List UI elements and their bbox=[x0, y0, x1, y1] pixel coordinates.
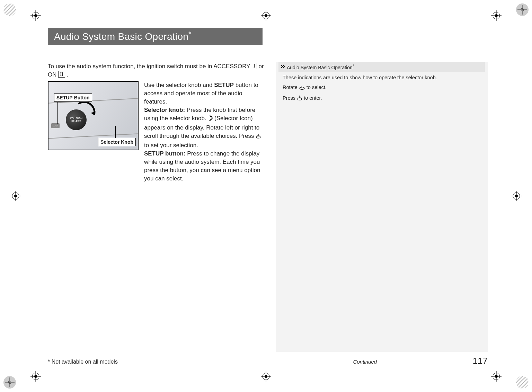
press-enter-icon bbox=[297, 95, 302, 103]
chapter-title-asterisk: * bbox=[188, 30, 191, 38]
callout-knob-text: Selector Knob bbox=[100, 139, 133, 145]
selector-icon bbox=[208, 115, 213, 124]
continued-label: Continued bbox=[353, 359, 377, 365]
registration-mark-top bbox=[261, 10, 271, 21]
registration-mark-tr bbox=[491, 10, 502, 21]
page-footer: * Not available on all models Continued … bbox=[48, 359, 488, 365]
rotation-arrow-icon bbox=[75, 101, 99, 122]
sidebar-line2a: Rotate bbox=[283, 84, 299, 90]
intro-text-c: . bbox=[66, 71, 68, 78]
svg-point-37 bbox=[34, 375, 37, 378]
sidebar-heading-text: Audio System Basic Operation* bbox=[287, 64, 354, 70]
sidebar-column: Audio System Basic Operation* These indi… bbox=[276, 62, 488, 352]
intro-text-a: To use the audio system function, the ig… bbox=[48, 63, 252, 70]
p3-heading: SETUP button: bbox=[144, 150, 186, 157]
sidebar-heading-main: Audio System Basic Operation bbox=[287, 65, 353, 70]
print-page: Audio System Basic Operation* Features T… bbox=[0, 0, 532, 392]
registration-mark-bl bbox=[30, 371, 41, 382]
crop-corner-tr bbox=[515, 3, 529, 17]
svg-point-33 bbox=[495, 14, 498, 17]
p1-a: Use the selector knob and bbox=[144, 82, 214, 88]
callout-selector-knob: Selector Knob bbox=[98, 138, 136, 146]
svg-point-29 bbox=[34, 14, 37, 17]
sidebar-line1: These indications are used to show how t… bbox=[283, 74, 483, 81]
chapter-title-bar: Audio System Basic Operation* bbox=[48, 28, 263, 45]
p2-d: to set your selection. bbox=[144, 142, 198, 149]
sidebar-line3b: to enter. bbox=[304, 95, 322, 101]
callout-leader bbox=[57, 100, 58, 124]
double-chevron-icon bbox=[281, 64, 285, 70]
header-rule bbox=[48, 44, 488, 44]
page-content: Audio System Basic Operation* Features T… bbox=[45, 21, 487, 371]
sidebar-line2b: to select. bbox=[307, 84, 327, 90]
intro-paragraph: To use the audio system function, the ig… bbox=[48, 62, 266, 79]
figure-and-text-row: VOL PUSH SELECT SETUP SETUP Button Selec… bbox=[48, 81, 266, 183]
callout-setup-bold: SETUP bbox=[56, 95, 73, 100]
svg-point-21 bbox=[14, 195, 17, 197]
main-text-block: Use the selector knob and SETUP button t… bbox=[144, 81, 266, 183]
main-column: To use the audio system function, the ig… bbox=[48, 62, 266, 352]
svg-point-9 bbox=[516, 376, 529, 389]
sidebar-line3: Press to enter. bbox=[283, 94, 483, 103]
svg-point-41 bbox=[495, 375, 498, 378]
svg-point-13 bbox=[265, 14, 267, 17]
registration-mark-tl bbox=[30, 10, 41, 21]
paragraph-3: SETUP button: Press to change the displa… bbox=[144, 150, 266, 183]
callout-setup-button: SETUP Button bbox=[54, 93, 92, 102]
svg-point-43 bbox=[256, 136, 260, 138]
crop-corner-br bbox=[515, 375, 529, 389]
sidebar-line3a: Press bbox=[283, 95, 297, 101]
svg-point-0 bbox=[3, 3, 16, 16]
svg-point-47 bbox=[298, 98, 302, 100]
registration-mark-bottom bbox=[261, 371, 271, 382]
p1-setup-bold: SETUP bbox=[214, 82, 234, 88]
registration-mark-right bbox=[511, 191, 522, 201]
chapter-title-text: Audio System Basic Operation bbox=[54, 32, 188, 42]
rotate-icon bbox=[299, 84, 305, 92]
ignition-on-icon: II bbox=[58, 71, 65, 78]
sidebar-line2: Rotate to select. bbox=[283, 83, 483, 92]
svg-point-17 bbox=[265, 375, 267, 378]
registration-mark-br bbox=[491, 371, 502, 382]
crop-corner-tl bbox=[3, 3, 17, 17]
audio-panel-figure: VOL PUSH SELECT SETUP SETUP Button Selec… bbox=[48, 81, 139, 150]
crop-corner-bl bbox=[3, 375, 17, 389]
ignition-accessory-icon: I bbox=[252, 63, 257, 69]
sidebar-heading-ast: * bbox=[353, 64, 354, 68]
sidebar-body: These indications are used to show how t… bbox=[278, 72, 485, 103]
body-columns: To use the audio system function, the ig… bbox=[48, 62, 488, 352]
sidebar-heading: Audio System Basic Operation* bbox=[278, 62, 485, 72]
registration-mark-left bbox=[10, 191, 21, 201]
footnote: * Not available on all models bbox=[48, 359, 118, 365]
svg-point-25 bbox=[515, 195, 518, 197]
paragraph-2: Selector knob: Press the knob first befo… bbox=[144, 106, 266, 150]
setup-button-graphic: SETUP bbox=[51, 123, 60, 128]
p2-heading: Selector knob: bbox=[144, 107, 185, 113]
press-enter-icon bbox=[256, 133, 261, 141]
paragraph-1: Use the selector knob and SETUP button t… bbox=[144, 81, 266, 106]
page-number: 117 bbox=[473, 356, 488, 366]
chapter-title: Audio System Basic Operation* bbox=[54, 30, 191, 42]
